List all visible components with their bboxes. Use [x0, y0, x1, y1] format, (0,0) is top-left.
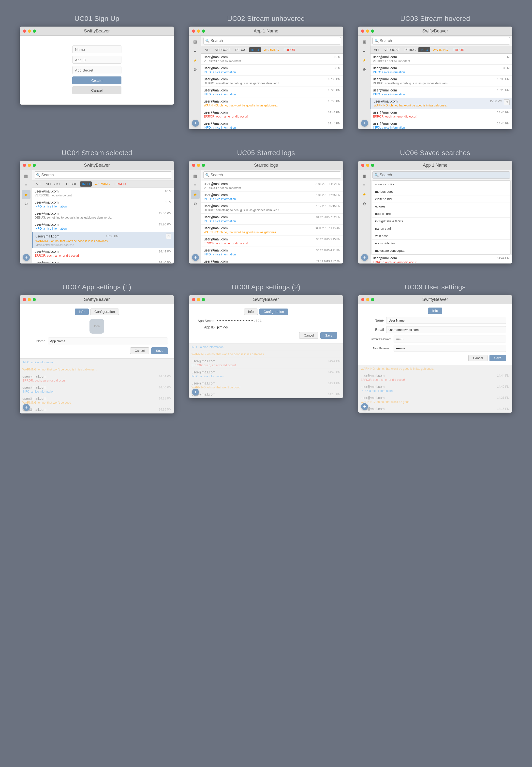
- maximize-btn[interactable]: [371, 298, 374, 301]
- maximize-btn[interactable]: [371, 164, 374, 167]
- settings-tab-info[interactable]: Info: [244, 309, 258, 315]
- log-item[interactable]: user@mail.com14:40 PMINFO: a nice inform…: [201, 120, 343, 129]
- log-item[interactable]: user@mail.com15:20 PMINFO: a nice inform…: [370, 87, 512, 98]
- filter-error[interactable]: ERROR: [113, 181, 128, 187]
- sidebar-icon-star[interactable]: ★: [360, 56, 369, 65]
- log-item[interactable]: user@mail.com35 MINFO: a nice informatio…: [32, 199, 174, 210]
- sidebar-icon-list[interactable]: ≡: [191, 181, 200, 190]
- saved-search-item[interactable]: velit esse: [372, 232, 510, 240]
- create-button[interactable]: Create: [72, 76, 121, 84]
- filter-debug[interactable]: DEBUG: [64, 181, 79, 187]
- close-btn[interactable]: [361, 298, 364, 301]
- sidebar-icon-list[interactable]: ≡: [360, 181, 369, 190]
- close-btn[interactable]: [192, 29, 195, 33]
- log-item[interactable]: user@mail.com29.12.2015 9:47 AMWARNING: …: [201, 258, 343, 263]
- close-btn[interactable]: [361, 164, 364, 167]
- sidebar-icon-gear[interactable]: ⚙: [360, 199, 369, 208]
- log-item[interactable]: user@mail.com35 MINFO: a nice informatio…: [370, 65, 512, 76]
- new-password-input[interactable]: [394, 345, 506, 352]
- log-item[interactable]: user@mail.com01.01.2016 14:32 PMVERBOSE:…: [201, 180, 343, 192]
- close-btn[interactable]: [23, 298, 26, 301]
- log-item[interactable]: user@mail.com30.12.2015 4:21 PMINFO: a n…: [201, 247, 343, 258]
- filter-info[interactable]: INFO: [249, 47, 261, 52]
- log-item[interactable]: user@mail.com15:20 PMINFO: a nice inform…: [32, 221, 174, 232]
- settings-tab-config[interactable]: Configuration: [259, 309, 288, 315]
- add-button[interactable]: +: [192, 254, 199, 261]
- search-input[interactable]: [372, 37, 510, 44]
- log-item-selected[interactable]: user@mail.com15:00 PM ☐ WARNING: oh no, …: [32, 232, 174, 248]
- maximize-btn[interactable]: [202, 164, 205, 167]
- minimize-btn[interactable]: [28, 298, 31, 301]
- add-button[interactable]: +: [23, 254, 30, 261]
- add-button[interactable]: +: [23, 404, 30, 411]
- maximize-btn[interactable]: [202, 29, 205, 33]
- close-btn[interactable]: [192, 164, 195, 167]
- maximize-btn[interactable]: [33, 29, 36, 33]
- minimize-btn[interactable]: [28, 164, 31, 167]
- sidebar-icon-star[interactable]: ★: [191, 56, 200, 65]
- sidebar-icon-list[interactable]: ≡: [22, 181, 30, 190]
- save-button[interactable]: Save: [489, 355, 506, 361]
- cancel-button[interactable]: Cancel: [130, 347, 149, 354]
- search-input[interactable]: [203, 37, 341, 44]
- save-button[interactable]: Save: [151, 347, 168, 354]
- log-item-hovered[interactable]: user@mail.com15:00 PMWARNING: oh no, tha…: [370, 98, 512, 109]
- log-item[interactable]: user@mail.com14:44 PMERROR: ouch, an err…: [201, 109, 343, 120]
- log-item[interactable]: user@mail.com10 MVERBOSE: not so importa…: [370, 54, 512, 65]
- log-item[interactable]: user@mail.com15:30 PMDEBUG: something to…: [370, 76, 512, 87]
- filter-warning[interactable]: WARNING: [92, 181, 112, 187]
- log-item[interactable]: user@mail.com15:30 PMDEBUG: something to…: [32, 210, 174, 221]
- filter-all[interactable]: ALL: [34, 181, 43, 187]
- add-button[interactable]: +: [192, 120, 199, 127]
- sidebar-icon-grid[interactable]: ▦: [22, 171, 30, 180]
- settings-tab-config[interactable]: Configuration: [90, 309, 119, 315]
- maximize-btn[interactable]: [202, 298, 205, 301]
- close-btn[interactable]: [361, 29, 364, 33]
- filter-error[interactable]: ERROR: [451, 47, 466, 52]
- minimize-btn[interactable]: [366, 29, 369, 33]
- name-input[interactable]: [386, 317, 506, 324]
- filter-error[interactable]: ERROR: [282, 47, 297, 52]
- settings-tab-info[interactable]: Info: [428, 308, 442, 314]
- maximize-btn[interactable]: [33, 298, 36, 301]
- filter-all[interactable]: ALL: [372, 47, 382, 52]
- log-item[interactable]: user@mail.com15:20 PMINFO: a nice inform…: [201, 87, 343, 98]
- filter-debug[interactable]: DEBUG: [402, 47, 418, 52]
- search-input[interactable]: [203, 171, 341, 179]
- log-item[interactable]: user@mail.com31.12.2015 7:02 PMINFO: a n…: [201, 214, 343, 225]
- minimize-btn[interactable]: [366, 164, 369, 167]
- close-btn[interactable]: [23, 29, 26, 33]
- log-item[interactable]: user@mail.com10 MVERBOSE: not so importa…: [32, 188, 174, 199]
- maximize-btn[interactable]: [371, 29, 374, 33]
- filter-info[interactable]: INFO: [418, 47, 430, 52]
- log-item[interactable]: user@mail.com30.12.2015 5:45 PMERROR: ou…: [201, 236, 343, 247]
- log-item[interactable]: user@mail.com01.01.2016 12:45 PMINFO: a …: [201, 192, 343, 203]
- sidebar-icon-grid[interactable]: ▦: [191, 37, 200, 46]
- current-password-input[interactable]: [394, 336, 506, 342]
- saved-search-item[interactable]: duis dolore: [372, 210, 510, 218]
- sidebar-icon-grid[interactable]: ▦: [191, 171, 200, 180]
- filter-verbose[interactable]: VERBOSE: [44, 181, 63, 187]
- log-item[interactable]: user@mail.com14:44 PMERROR: ouch, an err…: [32, 248, 174, 259]
- log-item[interactable]: user@mail.com14:40 PMINFO: a nice inform…: [370, 120, 512, 129]
- close-btn[interactable]: [192, 298, 195, 301]
- sidebar-icon-gear[interactable]: ⚙: [191, 199, 200, 208]
- filter-info[interactable]: INFO: [80, 181, 92, 187]
- log-item[interactable]: user@mail.com15:30 PMDEBUG: something to…: [201, 76, 343, 87]
- sidebar-icon-star[interactable]: ★: [360, 190, 369, 199]
- sidebar-icon-list[interactable]: ≡: [191, 46, 200, 55]
- filter-verbose[interactable]: VERBOSE: [382, 47, 402, 52]
- close-btn[interactable]: [23, 164, 26, 167]
- log-item[interactable]: user@mail.com15:00 PMWARNING: oh no, tha…: [201, 98, 343, 109]
- app-secret-field[interactable]: [72, 66, 121, 74]
- minimize-btn[interactable]: [28, 29, 31, 33]
- name-input[interactable]: [48, 338, 168, 344]
- minimize-btn[interactable]: [197, 164, 200, 167]
- sidebar-icon-gear[interactable]: ⚙: [360, 65, 369, 74]
- filter-warning[interactable]: WARNING: [262, 47, 281, 52]
- log-item[interactable]: user@mail.com35 MINFO: a nice informatio…: [201, 65, 343, 76]
- saved-search-item[interactable]: eleifend nisi: [372, 195, 510, 203]
- sidebar-icon-list[interactable]: ≡: [360, 46, 369, 55]
- save-button[interactable]: Save: [320, 332, 337, 339]
- sidebar-icon-gear[interactable]: ⚙: [22, 199, 30, 208]
